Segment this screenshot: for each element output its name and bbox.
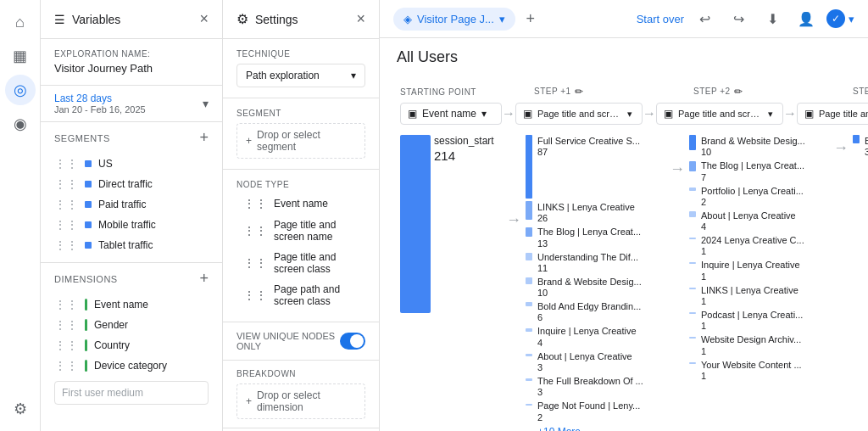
add-tab-button[interactable]: + <box>519 7 542 31</box>
step1-more[interactable]: +10 More 49 <box>526 426 665 431</box>
step1-node-8[interactable]: About | Lenya Creative 3 <box>526 350 665 372</box>
add-segment-button[interactable]: + <box>199 129 209 147</box>
segment-paid-traffic[interactable]: ⋮⋮ Paid traffic <box>54 194 209 215</box>
step1-node-9[interactable]: The Full Breakdown Of ... 3 <box>526 375 665 397</box>
event-name-box-arrow: ▾ <box>481 108 487 120</box>
undo-button[interactable]: ↩ <box>691 5 718 32</box>
dimension-event-name[interactable]: ⋮⋮ Event name <box>54 294 209 315</box>
tab-dropdown-icon: ▾ <box>499 13 505 25</box>
step1-node-10[interactable]: Page Not Found | Leny... 2 <box>526 400 665 422</box>
step2-node-8[interactable]: Podcast | Lenya Creati... 1 <box>689 309 829 331</box>
step2-node-7[interactable]: LINKS | Lenya Creative 1 <box>689 284 829 306</box>
step2-node-3[interactable]: Portfolio | Lenya Creati... 2 <box>689 185 829 207</box>
segment-direct-traffic[interactable]: ⋮⋮ Direct traffic <box>54 174 209 194</box>
step1-node-5[interactable]: Brand & Website Desig... 10 <box>526 276 665 298</box>
step2-node-1[interactable]: Brand & Website Desig... 10 <box>689 135 829 157</box>
step1-node-2[interactable]: LINKS | Lenya Creative 26 <box>526 201 665 223</box>
arrow-3: → <box>783 106 797 121</box>
step2-info-9: Website Design Archiv... 1 <box>701 333 801 355</box>
start-bar <box>400 135 431 313</box>
step3-node-selector[interactable]: ▣ Page title and scree... ▾ <box>797 103 868 125</box>
start-over-link[interactable]: Start over <box>637 13 684 25</box>
nav-settings-icon[interactable]: ⚙ <box>5 394 36 424</box>
node-type-page-path-screen-class[interactable]: ⋮⋮ Page path and screen class <box>236 279 365 311</box>
node-type-event-name[interactable]: ⋮⋮ Event name <box>236 193 365 215</box>
segment-us[interactable]: ⋮⋮ US <box>54 154 209 174</box>
nav-advertising-icon[interactable]: ◉ <box>5 109 36 139</box>
step1-label-8: About | Lenya Creative <box>537 350 632 362</box>
step2-info-7: LINKS | Lenya Creative 1 <box>701 284 798 306</box>
step2-node-9[interactable]: Website Design Archiv... 1 <box>689 333 829 355</box>
step1-node-7[interactable]: Inquire | Lenya Creative 4 <box>526 325 665 347</box>
settings-close-button[interactable]: × <box>356 10 365 28</box>
active-tab[interactable]: ◈ Visitor Page J... ▾ <box>393 8 515 31</box>
date-range-selector[interactable]: Last 28 days Jan 20 - Feb 16, 2025 ▾ <box>41 86 222 122</box>
segment-mobile-traffic[interactable]: ⋮⋮ Mobile traffic <box>54 215 209 235</box>
settings-panel-header: ⚙ Settings × <box>223 0 379 39</box>
step2-header: STEP +2 ✏ <box>693 86 829 98</box>
step2-label-8: Podcast | Lenya Creati... <box>701 309 803 321</box>
nav-explore-icon[interactable]: ◎ <box>5 75 36 105</box>
verified-badge[interactable]: ✓ ▾ <box>826 9 854 28</box>
step2-node-4[interactable]: About | Lenya Creative 4 <box>689 210 829 232</box>
starting-node-selector[interactable]: ▣ Event name ▾ <box>400 103 502 125</box>
first-user-medium-placeholder[interactable]: First user medium <box>54 381 209 405</box>
nav-reports-icon[interactable]: ▦ <box>5 41 36 71</box>
step1-label-6: Bold And Edgy Brandin... <box>537 300 641 312</box>
step1-node-4[interactable]: Understanding The Dif... 11 <box>526 251 665 273</box>
step2-node-5[interactable]: 2024 Lenya Creative C... 1 <box>689 234 829 256</box>
step2-count-10: 1 <box>701 371 802 381</box>
dimension-color-device <box>85 360 87 372</box>
step1-edit-icon[interactable]: ✏ <box>575 86 583 98</box>
step1-count-9: 3 <box>537 387 643 397</box>
dimension-country[interactable]: ⋮⋮ Country <box>54 335 209 355</box>
step3-icon: ▣ <box>804 108 814 120</box>
step1-node-3[interactable]: The Blog | Lenya Creat... 13 <box>526 226 665 248</box>
share-button[interactable]: 👤 <box>793 5 820 32</box>
share-icon: 👤 <box>798 11 815 27</box>
step1-more-label[interactable]: +10 More <box>537 426 665 431</box>
nav-home-icon[interactable]: ⌂ <box>5 7 36 37</box>
breakdown-drop-zone[interactable]: + Drop or select dimension <box>236 383 365 419</box>
dimension-device-label: Device category <box>94 360 167 372</box>
node-type-page-title-screen-name[interactable]: ⋮⋮ Page title and screen name <box>236 215 365 247</box>
redo-button[interactable]: ↪ <box>725 5 752 32</box>
variables-close-button[interactable]: × <box>199 10 209 28</box>
step1-node-6[interactable]: Bold And Edgy Brandin... 6 <box>526 300 665 322</box>
top-bar: ◈ Visitor Page J... ▾ + Start over ↩ ↪ ⬇ <box>380 0 868 38</box>
step1-label-4: Understanding The Dif... <box>537 251 638 263</box>
node-type-page-title-screen-class[interactable]: ⋮⋮ Page title and screen class <box>236 247 365 279</box>
technique-select[interactable]: Path exploration ▾ <box>236 64 365 87</box>
dimension-color-country <box>85 339 87 351</box>
step1-label-3: The Blog | Lenya Creat... <box>537 226 641 238</box>
step2-bar-7 <box>689 288 696 289</box>
step1-node-selector[interactable]: ▣ Page title and scree... ▾ <box>515 103 643 125</box>
event-name-box-label: Event name <box>422 108 476 120</box>
starting-point-label: STARTING POINT <box>400 87 476 97</box>
step-headers-row: STARTING POINT STEP +1 ✏ STEP +2 ✏ STEP … <box>397 85 851 98</box>
view-unique-nodes-toggle[interactable] <box>340 333 365 350</box>
step1-count-1: 87 <box>537 147 640 157</box>
step2-edit-icon[interactable]: ✏ <box>734 86 743 98</box>
node-type-label: NODE TYPE <box>236 180 365 189</box>
download-button[interactable]: ⬇ <box>759 5 786 32</box>
step2-node-selector[interactable]: ▣ Page title and scree... ▾ <box>656 103 783 125</box>
redo-icon: ↪ <box>733 11 744 27</box>
start-event-count: 214 <box>434 148 494 163</box>
step3-bar-1 <box>853 135 860 143</box>
step1-node-1[interactable]: Full Service Creative S... 87 <box>526 135 665 199</box>
add-dimension-button[interactable]: + <box>199 270 209 288</box>
step2-node-6[interactable]: Inquire | Lenya Creative 1 <box>689 259 829 281</box>
dimension-device-category[interactable]: ⋮⋮ Device category <box>54 355 209 376</box>
path-container[interactable]: STARTING POINT STEP +1 ✏ STEP +2 ✏ STEP … <box>380 71 868 431</box>
top-bar-actions: Start over ↩ ↪ ⬇ 👤 ✓ ▾ <box>637 5 854 32</box>
dimension-gender[interactable]: ⋮⋮ Gender <box>54 315 209 335</box>
segment-drop-zone[interactable]: + Drop or select segment <box>236 123 365 159</box>
download-icon: ⬇ <box>767 11 778 27</box>
step2-arrow: ▾ <box>768 109 773 120</box>
date-range-label: Last 28 days <box>54 92 146 104</box>
segment-tablet-traffic[interactable]: ⋮⋮ Tablet traffic <box>54 235 209 255</box>
step3-node-1[interactable]: Bold And Edgy Brandin... 3 <box>853 135 868 157</box>
step2-node-2[interactable]: The Blog | Lenya Creat... 7 <box>689 160 829 182</box>
step2-node-10[interactable]: Your Website Content ... 1 <box>689 359 829 381</box>
